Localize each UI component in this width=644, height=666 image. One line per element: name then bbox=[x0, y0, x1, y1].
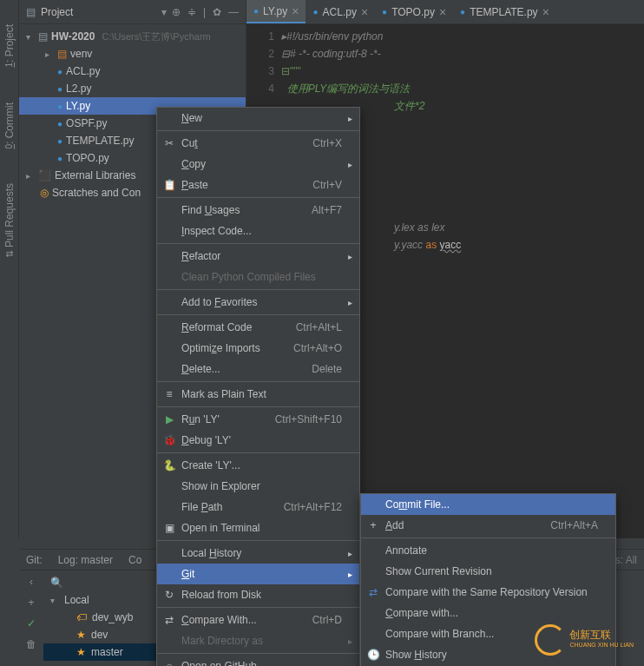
hide-icon[interactable]: — bbox=[228, 6, 239, 18]
check-icon[interactable]: ✓ bbox=[27, 617, 36, 630]
close-icon[interactable]: × bbox=[542, 5, 549, 19]
close-icon[interactable]: × bbox=[361, 5, 368, 19]
menu-item[interactable]: Git▸ bbox=[157, 564, 359, 584]
menu-icon: 🕒 bbox=[366, 649, 380, 661]
menu-item[interactable]: Optimize ImportsCtrl+Alt+O bbox=[157, 338, 359, 359]
tab-acl[interactable]: ●ACL.py× bbox=[306, 0, 375, 23]
menu-item[interactable]: ≡Mark as Plain Text bbox=[157, 384, 359, 405]
menu-item[interactable]: New▸ bbox=[157, 108, 359, 129]
delete-icon[interactable]: 🗑 bbox=[26, 638, 36, 650]
tab-template[interactable]: ●TEMPLATE.py× bbox=[453, 0, 556, 23]
menu-item[interactable]: File PathCtrl+Alt+F12 bbox=[157, 497, 359, 518]
menu-icon: ⇄ bbox=[366, 586, 380, 598]
tree-file[interactable]: ● L2.py bbox=[19, 80, 246, 97]
menu-icon: 🐞 bbox=[162, 434, 176, 446]
menu-item[interactable]: Commit File... bbox=[361, 494, 615, 515]
menu-item[interactable]: Delete...Delete bbox=[157, 359, 359, 379]
watermark-logo: 创新互联CHUANG XIN HU LIAN bbox=[535, 624, 634, 656]
git-label: Git: bbox=[26, 554, 43, 566]
menu-item[interactable]: ✂CutCtrl+X bbox=[157, 133, 359, 154]
vtab-pull-requests[interactable]: ⇅ Pull Requests bbox=[3, 183, 16, 258]
tree-venv[interactable]: ▸▤ venv bbox=[19, 45, 246, 63]
menu-icon: ✂ bbox=[162, 137, 176, 149]
divider: | bbox=[203, 6, 206, 18]
tab-topo[interactable]: ●TOPO.py× bbox=[375, 0, 453, 23]
menu-item[interactable]: 📋PasteCtrl+V bbox=[157, 175, 359, 195]
left-tool-strip: 1: Project 0: Commit ⇅ Pull Requests bbox=[0, 0, 19, 538]
editor-tabs: ●LY.py× ●ACL.py× ●TOPO.py× ●TEMPLATE.py× bbox=[246, 0, 644, 24]
menu-item: Mark Directory as▸ bbox=[157, 630, 359, 651]
context-menu-main: New▸✂CutCtrl+XCopy▸📋PasteCtrl+VFind Usag… bbox=[156, 107, 360, 666]
vtab-commit[interactable]: 0: Commit bbox=[3, 102, 16, 149]
back-icon[interactable]: ‹ bbox=[30, 576, 33, 588]
menu-item[interactable]: 🐞Debug 'LY' bbox=[157, 430, 359, 451]
menu-icon: ≡ bbox=[162, 388, 176, 400]
menu-item[interactable]: Show Current Revision bbox=[361, 561, 615, 582]
menu-item[interactable]: ↻Reload from Disk bbox=[157, 584, 359, 605]
menu-icon: ▣ bbox=[162, 522, 176, 534]
menu-item[interactable]: ⇄Compare with the Same Repository Versio… bbox=[361, 582, 615, 603]
menu-icon: 📋 bbox=[162, 179, 176, 191]
menu-item[interactable]: Add to Favorites▸ bbox=[157, 292, 359, 313]
folder-icon: ▤ bbox=[26, 6, 36, 18]
menu-icon: ↻ bbox=[162, 589, 176, 601]
vtab-project[interactable]: 1: Project bbox=[3, 24, 16, 68]
menu-item[interactable]: +AddCtrl+Alt+A bbox=[361, 515, 615, 536]
menu-item[interactable]: Local History▸ bbox=[157, 543, 359, 564]
collapse-icon[interactable]: ≑ bbox=[187, 6, 196, 18]
settings-icon[interactable]: ✿ bbox=[213, 6, 221, 18]
menu-item: Clean Python Compiled Files bbox=[157, 267, 359, 287]
menu-item[interactable]: Annotate bbox=[361, 540, 615, 561]
menu-item[interactable]: ▶Run 'LY'Ctrl+Shift+F10 bbox=[157, 409, 359, 430]
menu-item[interactable]: ○Open on GitHub bbox=[157, 656, 359, 666]
menu-item[interactable]: ⇄Compare With...Ctrl+D bbox=[157, 610, 359, 630]
menu-icon: ○ bbox=[162, 660, 176, 666]
menu-item[interactable]: Find UsagesAlt+F7 bbox=[157, 200, 359, 221]
menu-item[interactable]: Inspect Code... bbox=[157, 221, 359, 241]
git-tab-console[interactable]: Co bbox=[128, 554, 141, 566]
target-icon[interactable]: ⊕ bbox=[172, 6, 181, 18]
menu-item[interactable]: ▣Open in Terminal bbox=[157, 518, 359, 538]
menu-item[interactable]: Reformat CodeCtrl+Alt+L bbox=[157, 317, 359, 338]
dropdown-icon[interactable]: ▾ bbox=[161, 6, 167, 18]
menu-item[interactable]: Refactor▸ bbox=[157, 246, 359, 267]
add-icon[interactable]: + bbox=[28, 597, 34, 609]
tree-file[interactable]: ● ACL.py bbox=[19, 63, 246, 80]
menu-icon: ▶ bbox=[162, 413, 176, 425]
tab-ly[interactable]: ●LY.py× bbox=[246, 0, 306, 23]
git-tab-log[interactable]: Log: master bbox=[58, 554, 113, 566]
close-icon[interactable]: × bbox=[439, 5, 446, 19]
menu-icon: + bbox=[366, 519, 380, 531]
menu-icon: 🐍 bbox=[162, 459, 176, 471]
menu-item[interactable]: Show in Explorer bbox=[157, 476, 359, 497]
tree-root[interactable]: ▾▤ HW-2020C:\Users\王艺博\Pycharm bbox=[19, 28, 246, 45]
menu-icon: ⇄ bbox=[162, 614, 176, 626]
menu-item[interactable]: Copy▸ bbox=[157, 154, 359, 175]
menu-item[interactable]: Compare with... bbox=[361, 603, 615, 623]
project-title: Project bbox=[41, 6, 156, 18]
close-icon[interactable]: × bbox=[292, 4, 299, 18]
menu-item[interactable]: 🐍Create 'LY'... bbox=[157, 455, 359, 476]
